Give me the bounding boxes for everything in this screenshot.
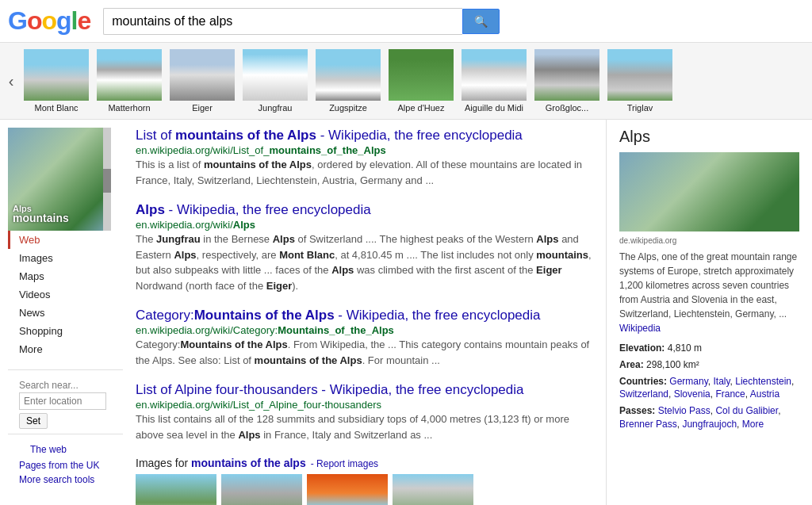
strip-item[interactable]: Aiguille du Midi [462,49,527,113]
kp-area-value: 298,100 km² [646,359,699,370]
map-scroll-thumb[interactable] [103,169,111,193]
kp-country-link[interactable]: Austria [750,388,779,400]
google-logo[interactable]: Google [8,6,90,36]
strip-img [389,49,454,101]
kp-wiki-link[interactable]: Wikipedia [619,323,661,334]
report-images-link[interactable]: - Report images [311,458,378,469]
result-title: List of mountains of the Alps - Wikipedi… [136,128,593,143]
sidebar-nav-items: WebImagesMapsVideosNewsShoppingMore [8,231,123,358]
strip-label: Triglav [627,103,653,113]
search-button[interactable]: 🔍 [462,9,500,34]
header: Google 🔍 [0,0,812,43]
search-input[interactable] [103,8,462,35]
image-strip-container: ‹ Mont BlancMatterhornEigerJungfrauZugsp… [0,43,812,120]
alps-map[interactable]: Alps mountains [8,128,111,231]
strip-item[interactable]: Jungfrau [243,49,308,113]
result-url: en.wikipedia.org/wiki/Category:Mountains… [136,324,593,336]
sidebar-item-news[interactable]: News [8,304,123,322]
sidebar-item-images[interactable]: Images [8,249,123,267]
kp-pass-link[interactable]: More [742,419,764,430]
result-snippet: This is a list of mountains of the Alps,… [136,157,593,188]
sidebar-item-maps[interactable]: Maps [8,267,123,285]
search-near-label: Search near... [19,380,79,391]
result-item: List of Alpine four-thousanders - Wikipe… [136,382,593,442]
kp-description: The Alps, one of the great mountain rang… [619,250,799,335]
kp-country-link[interactable]: France [715,388,745,400]
kp-map[interactable] [619,152,799,231]
bottom-img-row [136,474,593,505]
map-mountains-label: mountains [13,212,69,224]
bottom-image[interactable] [393,474,473,505]
kp-country-link[interactable]: Switzerland [619,388,668,400]
location-input[interactable] [19,392,106,410]
kp-title: Alps [619,128,799,146]
strip-item[interactable]: Zugspitze [316,49,381,113]
kp-passes: Passes: Stelvio Pass, Col du Galibier, B… [619,404,799,431]
strip-item[interactable]: Alpe d'Huez [389,49,454,113]
the-web-link[interactable]: The web [19,442,115,457]
result-url: en.wikipedia.org/wiki/List_of_mountains_… [136,144,593,156]
pages-from-uk-link[interactable]: Pages from the UK [8,458,123,472]
set-button[interactable]: Set [19,413,48,429]
result-title: List of Alpine four-thousanders - Wikipe… [136,382,593,398]
kp-pass-link[interactable]: Brenner Pass [619,419,677,430]
strip-label: Alpe d'Huez [398,103,445,113]
result-snippet: This list contains all of the 128 summit… [136,411,593,442]
search-results: List of mountains of the Alps - Wikipedi… [123,120,606,505]
sidebar-divider-1 [8,369,123,370]
main-content: Alps mountains WebImagesMapsVideosNewsSh… [0,120,812,505]
sidebar-divider-2 [8,434,123,434]
strip-label: Mont Blanc [34,103,78,113]
result-title-link[interactable]: Category:Mountains of the Alps - Wikiped… [136,308,540,323]
result-snippet: Category:Mountains of the Alps. From Wik… [136,337,593,368]
kp-country-link[interactable]: Italy [713,376,730,387]
strip-arrow-left[interactable]: ‹ [0,43,22,119]
result-title-link[interactable]: List of Alpine four-thousanders - Wikipe… [136,382,524,397]
result-snippet: The Jungfrau in the Bernese Alps of Swit… [136,231,593,293]
result-item: List of mountains of the Alps - Wikipedi… [136,128,593,188]
sidebar-item-web[interactable]: Web [8,231,123,249]
kp-pass-link[interactable]: Jungfraujoch [682,419,737,430]
image-strip: Mont BlancMatterhornEigerJungfrauZugspit… [24,49,672,113]
strip-label: Jungfrau [259,103,293,113]
result-title-link[interactable]: List of mountains of the Alps - Wikipedi… [136,128,523,143]
images-for-query-link[interactable]: mountains of the alps [191,457,306,469]
kp-passes-label: Passes: [619,405,655,416]
kp-pass-link[interactable]: Stelvio Pass [658,405,710,416]
kp-area: Area: 298,100 km² [619,358,799,372]
images-for-label: Images for mountains of the alps- Report… [136,457,593,469]
result-url: en.wikipedia.org/wiki/List_of_Alpine_fou… [136,399,593,411]
kp-country-link[interactable]: Liechtenstein [735,376,791,387]
strip-item[interactable]: Eiger [170,49,235,113]
strip-item[interactable]: Großgloc... [534,49,599,113]
strip-item[interactable]: Matterhorn [97,49,162,113]
kp-area-label: Area: [619,359,644,370]
sidebar-item-videos[interactable]: Videos [8,285,123,304]
logo-g2: g [56,6,71,35]
logo-g: G [8,6,27,35]
strip-label: Matterhorn [108,103,150,113]
search-bar: 🔍 [103,8,500,35]
strip-label: Aiguille du Midi [465,103,523,113]
sidebar-item-more[interactable]: More [8,340,123,358]
result-title-link[interactable]: Alps - Wikipedia, the free encyclopedia [136,202,371,217]
knowledge-panel: Alps de.wikipedia.org The Alps, one of t… [606,120,812,505]
bottom-images-section: Images for mountains of the alps- Report… [136,457,593,505]
bottom-image[interactable] [221,474,302,505]
result-item: Alps - Wikipedia, the free encyclopediae… [136,202,593,293]
bottom-image[interactable] [307,474,388,505]
result-item: Category:Mountains of the Alps - Wikiped… [136,308,593,368]
strip-item[interactable]: Mont Blanc [24,49,89,113]
strip-img [170,49,235,101]
strip-img [97,49,162,101]
kp-country-link[interactable]: Germany [669,376,707,387]
strip-item[interactable]: Triglav [607,49,672,113]
result-url: en.wikipedia.org/wiki/Alps [136,219,593,231]
images-for-query: mountains of the alps [191,457,306,469]
strip-img [24,49,89,101]
kp-pass-link[interactable]: Col du Galibier [715,405,778,416]
more-search-tools-link[interactable]: More search tools [8,472,123,487]
kp-country-link[interactable]: Slovenia [674,388,710,400]
bottom-image[interactable] [136,474,216,505]
sidebar-item-shopping[interactable]: Shopping [8,322,123,340]
